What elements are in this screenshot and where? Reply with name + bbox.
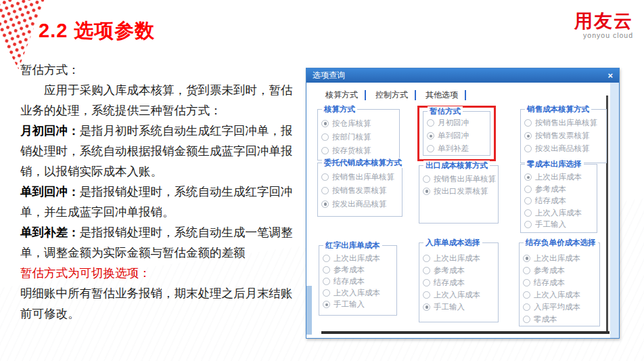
radio-label: 按销售出库单核算	[332, 172, 394, 182]
radio-icon[interactable]	[427, 119, 434, 127]
radio-icon[interactable]	[524, 209, 532, 217]
radio-selected-icon[interactable]	[321, 120, 329, 127]
radio-label: 按销售发票核算	[535, 131, 590, 141]
radio-option[interactable]: 结存成本	[323, 276, 394, 287]
radio-option[interactable]: 上次入库成本	[523, 289, 597, 301]
tab-2[interactable]: 控制方式	[374, 88, 415, 102]
left-scrollbar-strip[interactable]	[306, 286, 312, 335]
radio-icon[interactable]	[323, 266, 330, 274]
radio-option[interactable]: 按发出商品核算	[321, 197, 400, 211]
options-dialog: 选项查询 × 核算方式控制方式其他选项 核算方式按仓库核算按部门核算按存货核算暂…	[306, 68, 620, 339]
radio-icon[interactable]	[523, 279, 530, 286]
radio-option[interactable]: 上次出库成本	[524, 171, 595, 184]
radio-option[interactable]: 零成本	[523, 313, 597, 325]
radio-option[interactable]: 按销售出库单核算	[321, 170, 400, 184]
radio-option[interactable]: 上次入库成本	[423, 289, 496, 301]
radio-icon[interactable]	[523, 291, 530, 299]
group-title: 红字出库单成本	[323, 240, 382, 251]
option-list: 上次出库成本参考成本结存成本上次入库成本手工输入	[319, 246, 396, 310]
radio-option[interactable]: 按仓库核算	[321, 116, 397, 130]
radio-option[interactable]: 参考成本	[524, 184, 595, 196]
radio-option[interactable]: 入库平均成本	[523, 301, 597, 313]
radio-icon[interactable]	[524, 197, 532, 205]
radio-label: 参考成本	[535, 184, 566, 194]
radio-option[interactable]: 参考成本	[423, 264, 496, 276]
group-title: 销售成本核算方式	[525, 104, 591, 114]
radio-selected-icon[interactable]	[523, 255, 530, 262]
radio-icon[interactable]	[524, 145, 532, 152]
radio-icon[interactable]	[524, 119, 532, 127]
radio-icon[interactable]	[323, 255, 330, 262]
dialog-titlebar[interactable]: 选项查询 ×	[306, 68, 619, 83]
radio-option[interactable]: 手工输入	[323, 299, 394, 310]
radio-selected-icon[interactable]	[423, 303, 430, 311]
text-segment: 暂估方式：	[20, 63, 80, 77]
radio-icon[interactable]	[523, 316, 530, 323]
radio-option[interactable]: 参考成本	[523, 264, 597, 276]
radio-option[interactable]: 上次出库成本	[523, 252, 597, 264]
radio-option[interactable]: 按发出商品核算	[524, 142, 604, 155]
tab-1[interactable]: 核算方式	[324, 88, 365, 102]
radio-icon[interactable]	[321, 133, 329, 141]
radio-option[interactable]: 上次入库成本	[323, 287, 394, 299]
radio-icon[interactable]	[321, 187, 329, 194]
radio-icon[interactable]	[323, 278, 330, 285]
option-list: 上次出库成本参考成本结存成本上次入库成本入库平均成本零成本	[520, 243, 599, 325]
option-group: 委托代销成本核算方式按销售出库单核算按销售发票核算按发出商品核算	[317, 163, 402, 217]
tab-3[interactable]: 其他选项	[424, 88, 465, 102]
option-list: 按销售出库单核算按销售发票核算按发出商品核算	[521, 110, 606, 155]
radio-icon[interactable]	[323, 289, 330, 297]
radio-label: 结存成本	[534, 278, 565, 288]
group-title: 委托代销成本核算方式	[322, 158, 404, 168]
radio-option[interactable]: 结存成本	[523, 276, 597, 289]
radio-icon[interactable]	[321, 147, 329, 154]
radio-icon[interactable]	[524, 186, 532, 193]
radio-option[interactable]: 按销售发票核算	[321, 184, 400, 197]
option-group: 结存负单价成本选择上次出库成本参考成本结存成本上次入库成本入库平均成本零成本	[519, 242, 600, 326]
radio-option[interactable]: 按销售出库单核算	[423, 173, 496, 185]
radio-icon[interactable]	[321, 173, 329, 181]
option-list: 上次出库成本参考成本结存成本上次入库成本手工输入	[521, 165, 597, 231]
text-segment: 暂估方式为可切换选项：	[20, 266, 151, 280]
radio-option[interactable]: 参考成本	[323, 264, 394, 276]
radio-option[interactable]: 按部门核算	[321, 130, 397, 144]
radio-icon[interactable]	[524, 221, 532, 228]
option-list: 按仓库核算按部门核算按存货核算	[318, 110, 399, 157]
radio-option[interactable]: 按销售发票核算	[524, 129, 604, 142]
radio-option[interactable]: 手工输入	[524, 219, 595, 231]
radio-icon[interactable]	[423, 175, 430, 183]
radio-option[interactable]: 按存货核算	[321, 144, 397, 157]
radio-option[interactable]: 结存成本	[423, 276, 496, 289]
radio-option[interactable]: 上次出库成本	[423, 252, 496, 264]
radio-icon[interactable]	[423, 255, 430, 262]
group-title: 入库单成本选择	[423, 238, 482, 248]
radio-selected-icon[interactable]	[321, 200, 329, 208]
radio-option[interactable]: 按出口发票核算	[423, 185, 496, 197]
radio-option[interactable]: 结存成本	[524, 195, 595, 207]
radio-selected-icon[interactable]	[427, 132, 434, 140]
radio-selected-icon[interactable]	[423, 188, 430, 195]
radio-selected-icon[interactable]	[323, 301, 330, 308]
radio-option[interactable]: 按销售出库单核算	[524, 116, 604, 129]
radio-icon[interactable]	[423, 279, 430, 286]
page-title: 2.2 选项参数	[39, 18, 155, 45]
radio-icon[interactable]	[423, 291, 430, 299]
radio-option[interactable]: 上次出库成本	[323, 253, 394, 264]
radio-icon[interactable]	[523, 267, 530, 274]
group-title: 出口成本核算方式	[423, 161, 490, 171]
radio-icon[interactable]	[423, 267, 430, 274]
option-group: 红字出库单成本上次出库成本参考成本结存成本上次入库成本手工输入	[319, 245, 397, 316]
radio-icon[interactable]	[427, 145, 434, 152]
group-title: 零成本出库选择	[525, 159, 584, 169]
radio-icon[interactable]	[523, 303, 530, 311]
close-icon[interactable]: ×	[607, 71, 613, 80]
radio-label: 上次出库成本	[534, 253, 580, 263]
radio-label: 按销售出库单核算	[535, 118, 597, 128]
radio-selected-icon[interactable]	[524, 173, 532, 181]
radio-selected-icon[interactable]	[524, 132, 532, 140]
tab-separator	[415, 90, 416, 100]
radio-option[interactable]: 手工输入	[423, 301, 496, 313]
radio-label: 上次出库成本	[434, 253, 480, 263]
radio-option[interactable]: 上次入库成本	[524, 207, 595, 219]
radio-label: 手工输入	[535, 219, 566, 230]
